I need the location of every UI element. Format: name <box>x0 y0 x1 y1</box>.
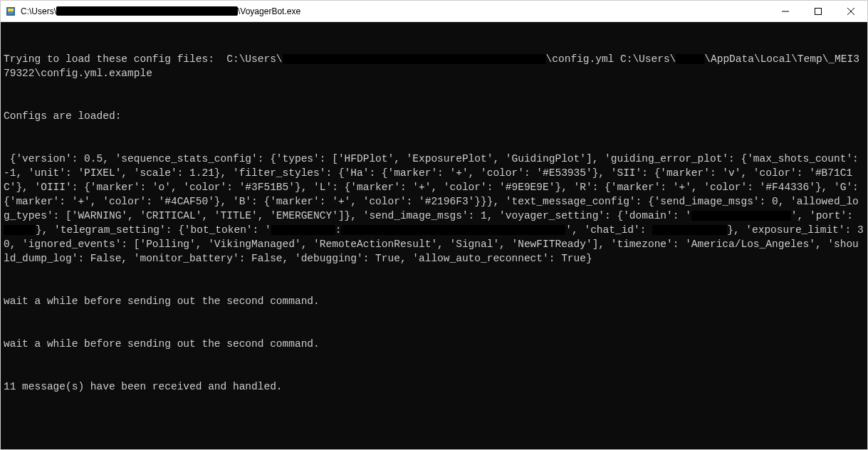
redacted-port <box>4 225 36 235</box>
redacted-user-path <box>283 54 546 64</box>
terminal-output[interactable]: Trying to load these config files: C:\Us… <box>1 22 867 449</box>
redacted-domain <box>691 211 791 221</box>
redacted-bot-token-1 <box>271 225 335 235</box>
wait-line-1: wait a while before sending out the seco… <box>4 294 864 308</box>
config-dump: {'version': 0.5, 'sequence_stats_config'… <box>4 152 864 266</box>
svg-rect-4 <box>815 8 822 14</box>
text: ', 'port': <box>791 210 859 221</box>
messages-line: 11 message(s) have been received and han… <box>4 380 864 394</box>
text: : <box>335 224 342 236</box>
close-button[interactable] <box>835 1 867 21</box>
configs-loaded-line: Configs are loaded: <box>4 109 864 123</box>
console-window: C:\Users\ \VoyagerBot.exe Trying to load… <box>0 0 868 450</box>
text: Trying to load these config files: C:\Us… <box>4 53 283 65</box>
titlebar-path-suffix: \VoyagerBot.exe <box>238 6 300 16</box>
redacted-bot-token-2 <box>341 225 565 235</box>
config-files-line: Trying to load these config files: C:\Us… <box>4 52 864 80</box>
titlebar-redacted-path <box>56 6 238 16</box>
titlebar-path-prefix: C:\Users\ <box>21 6 56 16</box>
redacted-chat-id <box>652 225 727 235</box>
text: }, 'telegram_setting': {'bot_token': ' <box>36 224 271 236</box>
titlebar[interactable]: C:\Users\ \VoyagerBot.exe <box>1 1 867 22</box>
window-controls <box>769 1 867 21</box>
minimize-button[interactable] <box>769 1 802 21</box>
svg-rect-1 <box>8 9 14 11</box>
svg-rect-2 <box>8 11 14 14</box>
maximize-button[interactable] <box>802 1 835 21</box>
app-icon <box>5 6 16 17</box>
redacted-user-path-2 <box>676 54 704 64</box>
text: ', 'chat_id': <box>565 224 652 236</box>
text: \config.yml C:\Users\ <box>546 53 676 65</box>
wait-line-2: wait a while before sending out the seco… <box>4 337 864 351</box>
